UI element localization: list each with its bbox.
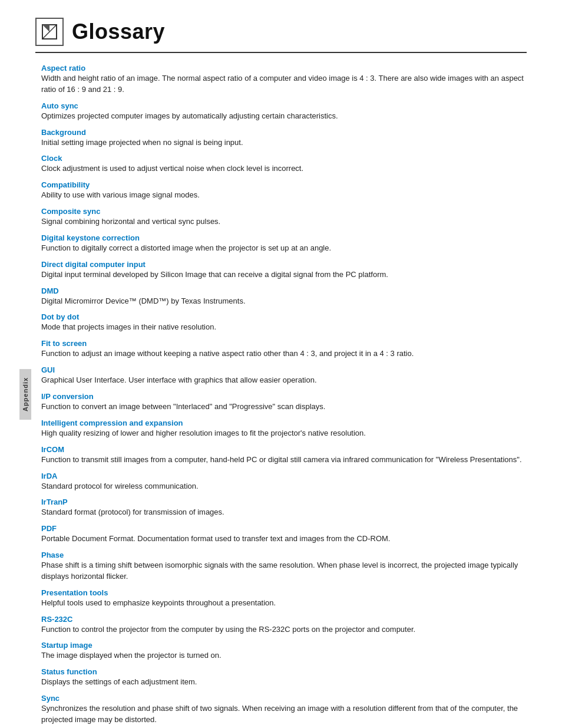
glossary-term: Clock (41, 154, 527, 163)
glossary-term: Aspect ratio (41, 64, 527, 73)
glossary-term: IrTranP (41, 498, 527, 506)
glossary-definition: Function to convert an image between "In… (41, 401, 527, 413)
glossary-definition: Function to control the projector from t… (41, 624, 527, 635)
glossary-definition: Clock adjustment is used to adjust verti… (41, 163, 527, 174)
glossary-content: Aspect ratioWidth and height ratio of an… (41, 64, 527, 728)
glossary-term: Background (41, 128, 527, 137)
page: Appendix Glossary Aspect ratioWidth and … (0, 0, 562, 728)
glossary-term: Composite sync (41, 207, 527, 216)
glossary-definition: Synchronizes the resolution and phase sh… (41, 703, 527, 726)
glossary-term: Fit to screen (41, 339, 527, 348)
glossary-term: Direct digital computer input (41, 260, 527, 269)
glossary-definition: Digital input terminal developed by Sili… (41, 269, 527, 281)
glossary-term: Digital keystone correction (41, 233, 527, 242)
glossary-definition: Phase shift is a timing shift between is… (41, 560, 527, 582)
glossary-definition: Width and height ratio of an image. The … (41, 73, 527, 95)
glossary-term: Dot by dot (41, 312, 527, 321)
page-header: Glossary (35, 18, 527, 53)
glossary-definition: Function to adjust an image without keep… (41, 348, 527, 360)
glossary-definition: Digital Micromirror Device™ (DMD™) by Te… (41, 296, 527, 307)
svg-marker-1 (42, 25, 49, 32)
glossary-definition: Graphical User Interface. User interface… (41, 375, 527, 386)
glossary-definition: Standard protocol for wireless communica… (41, 481, 527, 492)
glossary-term: Compatibility (41, 180, 527, 189)
glossary-term: GUI (41, 365, 527, 374)
glossary-definition: Standard format (protocol) for transmiss… (41, 507, 527, 518)
glossary-definition: Function to transmit still images from a… (41, 454, 527, 466)
page-title: Glossary (72, 19, 165, 44)
glossary-definition: High quality resizing of lower and highe… (41, 428, 527, 439)
glossary-term: DMD (41, 286, 527, 295)
glossary-term: IrDA (41, 472, 527, 480)
glossary-definition: Ability to use with various image signal… (41, 190, 527, 201)
glossary-definition: Displays the settings of each adjustment… (41, 677, 527, 688)
glossary-definition: Function to digitally correct a distorte… (41, 243, 527, 254)
glossary-definition: Optimizes projected computer images by a… (41, 111, 527, 122)
glossary-term: Intelligent compression and expansion (41, 419, 527, 427)
glossary-term: Status function (41, 667, 527, 676)
glossary-term: Sync (41, 694, 527, 703)
glossary-definition: Helpful tools used to emphasize keypoint… (41, 598, 527, 609)
glossary-term: Startup image (41, 641, 527, 650)
glossary-term: Phase (41, 551, 527, 559)
glossary-term: Presentation tools (41, 588, 527, 597)
glossary-term: PDF (41, 524, 527, 533)
glossary-term: Auto sync (41, 101, 527, 110)
glossary-definition: Signal combining horizontal and vertical… (41, 216, 527, 228)
glossary-term: IrCOM (41, 445, 527, 454)
glossary-definition: Portable Document Format. Documentation … (41, 533, 527, 545)
glossary-term: RS-232C (41, 615, 527, 624)
glossary-definition: Mode that projects images in their nativ… (41, 322, 527, 333)
glossary-icon (35, 18, 64, 46)
glossary-term: I/P conversion (41, 392, 527, 401)
glossary-definition: The image displayed when the projector i… (41, 650, 527, 661)
glossary-definition: Initial setting image projected when no … (41, 137, 527, 149)
sidebar-tab: Appendix (19, 369, 31, 420)
